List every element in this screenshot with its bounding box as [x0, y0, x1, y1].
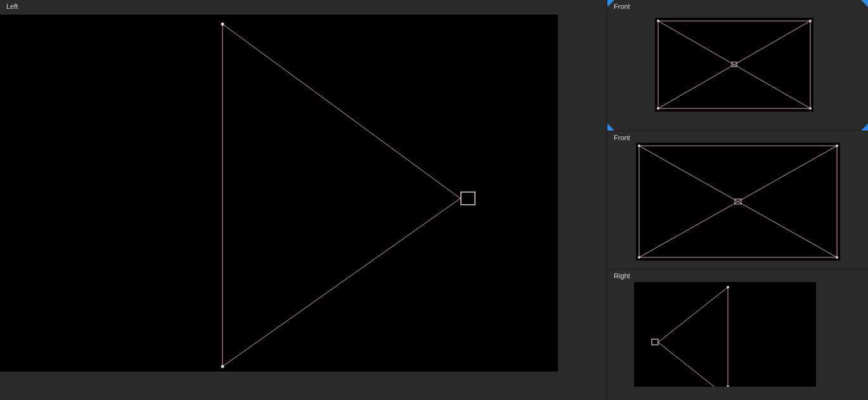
viewport-label-right[interactable]: Right [614, 272, 630, 280]
viewport-left[interactable]: Left [0, 0, 607, 400]
active-corner-br-icon [861, 124, 868, 131]
active-corner-bl-icon [607, 124, 614, 131]
viewport-canvas-left[interactable] [0, 15, 558, 371]
side-panels-container: Front Front [607, 0, 868, 400]
svg-rect-3 [461, 192, 475, 205]
viewport-front-1[interactable]: Front [607, 0, 868, 131]
svg-point-13 [809, 107, 812, 110]
viewport-right[interactable]: Right [607, 269, 868, 400]
svg-point-27 [727, 385, 729, 387]
viewport-front-2[interactable]: Front [607, 131, 868, 269]
svg-point-10 [657, 20, 659, 22]
wireframe-front2-icon [636, 143, 840, 261]
viewport-canvas-right[interactable] [634, 282, 816, 387]
wireframe-left-icon [0, 15, 558, 371]
svg-point-20 [638, 256, 640, 259]
svg-point-12 [657, 107, 659, 110]
svg-line-23 [658, 287, 728, 342]
viewport-canvas-front-1[interactable] [655, 18, 813, 112]
wireframe-right-icon [634, 282, 816, 387]
wireframe-front1-icon [655, 18, 813, 112]
viewport-label-front-2[interactable]: Front [614, 134, 630, 141]
svg-point-18 [638, 145, 640, 147]
svg-line-2 [223, 198, 460, 366]
svg-point-4 [221, 23, 224, 26]
viewport-label-left[interactable]: Left [6, 3, 18, 10]
svg-line-1 [223, 24, 460, 198]
svg-point-11 [809, 20, 812, 22]
svg-rect-25 [652, 339, 658, 345]
svg-point-19 [836, 145, 838, 147]
active-corner-tl-icon [607, 0, 614, 7]
active-corner-tr-icon [861, 0, 868, 7]
svg-point-21 [836, 256, 838, 259]
svg-point-26 [727, 286, 729, 288]
svg-point-5 [221, 365, 224, 368]
svg-line-24 [658, 342, 728, 387]
viewport-label-front-1[interactable]: Front [614, 3, 630, 10]
viewport-canvas-front-2[interactable] [636, 143, 840, 261]
